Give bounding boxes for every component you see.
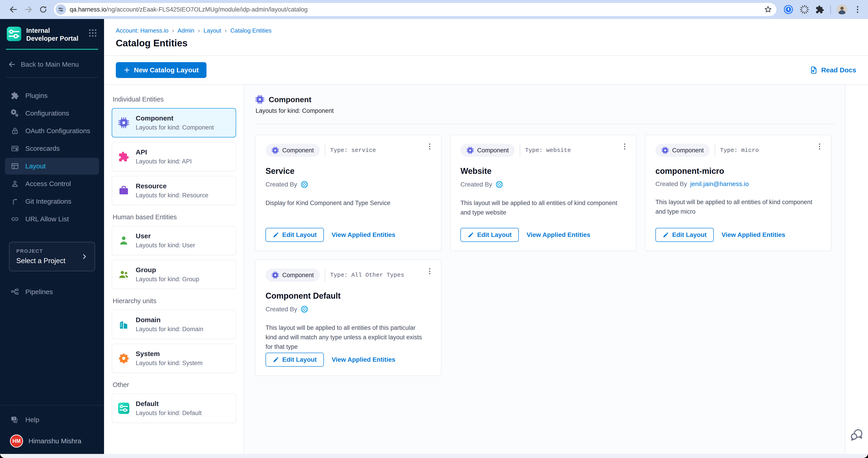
sidebar-item-scorecards[interactable]: Scorecards bbox=[5, 140, 99, 157]
git-branch-icon bbox=[11, 197, 19, 205]
created-by-label: Created By bbox=[461, 181, 492, 188]
sidebar-item-label: Git Integrations bbox=[25, 198, 71, 205]
url-text: qa.harness.io/ng/account/zEaak-FLS425IEO… bbox=[70, 6, 308, 13]
project-selector[interactable]: PROJECT Select a Project bbox=[9, 242, 95, 271]
sidebar: Internal Developer Portal Back to Main M… bbox=[0, 19, 104, 454]
breadcrumb-separator: › bbox=[225, 27, 227, 34]
edit-layout-label: Edit Layout bbox=[282, 356, 317, 363]
created-by-label: Created By bbox=[266, 181, 297, 188]
entity-title: Domain bbox=[136, 316, 203, 324]
view-applied-entities-link[interactable]: View Applied Entities bbox=[332, 231, 395, 238]
layout-description: This layout will be applied to all entit… bbox=[461, 198, 626, 218]
sidebar-item-pipelines[interactable]: Pipelines bbox=[5, 284, 99, 300]
sidebar-item-access-control[interactable]: Access Control bbox=[5, 175, 99, 192]
component-chip-icon bbox=[271, 146, 279, 154]
module-grid-icon[interactable] bbox=[88, 28, 98, 38]
component-chip-icon bbox=[466, 146, 474, 154]
user-menu[interactable]: HM Himanshu Mishra bbox=[5, 434, 99, 448]
creator-email-link[interactable]: jenil.jain@harness.io bbox=[690, 181, 749, 188]
card-menu-icon[interactable] bbox=[425, 142, 434, 151]
entity-item-resource[interactable]: Resource Layouts for kind: Resource bbox=[112, 176, 236, 205]
kind-badge: Component bbox=[266, 268, 320, 282]
card-menu-icon[interactable] bbox=[620, 142, 629, 151]
entity-subtitle: Layouts for kind: Resource bbox=[136, 192, 208, 199]
entity-item-default[interactable]: Default Layouts for kind: Default bbox=[112, 394, 236, 423]
edit-layout-label: Edit Layout bbox=[282, 231, 317, 238]
sidebar-item-help[interactable]: Help bbox=[5, 412, 99, 428]
user-avatar: HM bbox=[10, 434, 23, 448]
onepassword-extension-icon[interactable] bbox=[783, 4, 794, 15]
entity-subtitle: Layouts for kind: Default bbox=[136, 410, 202, 417]
browser-window: qa.harness.io/ng/account/zEaak-FLS425IEO… bbox=[0, 0, 868, 458]
api-puzzle-icon bbox=[118, 151, 129, 162]
divider bbox=[520, 144, 520, 157]
entity-subtitle: Layouts for kind: Component bbox=[136, 124, 214, 131]
page-title: Catalog Entities bbox=[104, 34, 868, 55]
sidebar-item-label: Plugins bbox=[25, 92, 48, 99]
layout-card-service: Component Type: service Service Created … bbox=[255, 135, 441, 251]
breadcrumb-layout[interactable]: Layout bbox=[204, 27, 221, 34]
entity-item-domain[interactable]: Domain Layouts for kind: Domain bbox=[112, 310, 236, 339]
site-settings-icon[interactable] bbox=[56, 4, 66, 15]
entity-item-group[interactable]: Group Layouts for kind: Group bbox=[112, 260, 236, 289]
sidebar-item-url-allow-list[interactable]: URL Allow List bbox=[5, 211, 99, 227]
edit-layout-button[interactable]: Edit Layout bbox=[266, 228, 324, 242]
extensions-puzzle-icon[interactable] bbox=[815, 5, 824, 14]
entity-subtitle: Layouts for kind: API bbox=[136, 158, 192, 165]
view-applied-entities-link[interactable]: View Applied Entities bbox=[527, 231, 590, 238]
edit-layout-button[interactable]: Edit Layout bbox=[266, 353, 324, 367]
support-chat-icon[interactable] bbox=[849, 428, 864, 442]
forward-icon[interactable] bbox=[23, 4, 33, 15]
view-applied-entities-link[interactable]: View Applied Entities bbox=[332, 356, 395, 363]
sidebar-item-layout[interactable]: Layout bbox=[5, 158, 99, 174]
url-bar[interactable]: qa.harness.io/ng/account/zEaak-FLS425IEO… bbox=[54, 3, 776, 16]
sidebar-item-configurations[interactable]: Configurations bbox=[5, 105, 99, 122]
browser-menu-icon[interactable] bbox=[853, 5, 862, 14]
scorecard-icon bbox=[11, 144, 19, 153]
entity-title: System bbox=[136, 350, 203, 358]
bookmark-star-icon[interactable] bbox=[764, 5, 772, 14]
card-menu-icon[interactable] bbox=[425, 267, 434, 276]
entity-item-api[interactable]: API Layouts for kind: API bbox=[112, 142, 236, 171]
created-by-label: Created By bbox=[655, 181, 687, 188]
user-name: Himanshu Mishra bbox=[29, 437, 81, 445]
edit-layout-button[interactable]: Edit Layout bbox=[461, 228, 519, 242]
loading-extension-icon[interactable] bbox=[800, 4, 809, 14]
breadcrumb-admin[interactable]: Admin bbox=[178, 27, 194, 34]
sidebar-item-oauth-configurations[interactable]: OAuth Configurations bbox=[5, 123, 99, 139]
sidebar-item-label: Layout bbox=[25, 162, 46, 170]
breadcrumb-separator: › bbox=[172, 27, 174, 34]
idp-logo-icon bbox=[7, 27, 21, 41]
user-person-icon bbox=[118, 235, 129, 246]
read-docs-link[interactable]: Read Docs bbox=[809, 66, 856, 74]
lock-icon bbox=[11, 127, 19, 135]
entity-title: API bbox=[136, 148, 192, 156]
pencil-icon bbox=[273, 232, 279, 238]
component-chip-icon bbox=[118, 117, 129, 128]
breadcrumb-catalog-entities[interactable]: Catalog Entities bbox=[230, 27, 271, 34]
new-catalog-layout-button[interactable]: New Catalog Layout bbox=[116, 62, 207, 78]
group-people-icon bbox=[118, 269, 129, 280]
back-icon[interactable] bbox=[8, 4, 19, 15]
sidebar-item-label: URL Allow List bbox=[25, 215, 69, 223]
pencil-icon bbox=[468, 232, 474, 238]
entity-title: Default bbox=[136, 400, 202, 407]
view-applied-entities-link[interactable]: View Applied Entities bbox=[721, 231, 785, 238]
divider bbox=[325, 144, 325, 157]
layout-cards-grid: Component Type: service Service Created … bbox=[255, 135, 834, 376]
sidebar-item-git-integrations[interactable]: Git Integrations bbox=[5, 193, 99, 210]
right-gutter bbox=[845, 85, 868, 454]
card-menu-icon[interactable] bbox=[815, 142, 824, 151]
entity-item-user[interactable]: User Layouts for kind: User bbox=[112, 226, 236, 255]
entity-title: Group bbox=[136, 266, 199, 274]
entity-item-component[interactable]: Component Layouts for kind: Component bbox=[112, 108, 236, 137]
kind-badge-label: Component bbox=[282, 272, 314, 279]
edit-layout-button[interactable]: Edit Layout bbox=[655, 228, 714, 242]
sidebar-item-plugins[interactable]: Plugins bbox=[5, 87, 99, 104]
breadcrumb-account[interactable]: Account: Harness.io bbox=[116, 27, 168, 34]
help-chat-icon bbox=[11, 416, 19, 424]
entity-item-system[interactable]: System Layouts for kind: System bbox=[112, 344, 236, 373]
browser-profile-avatar[interactable] bbox=[837, 4, 847, 15]
back-to-main-menu[interactable]: Back to Main Menu bbox=[0, 50, 104, 68]
reload-icon[interactable] bbox=[38, 4, 49, 15]
